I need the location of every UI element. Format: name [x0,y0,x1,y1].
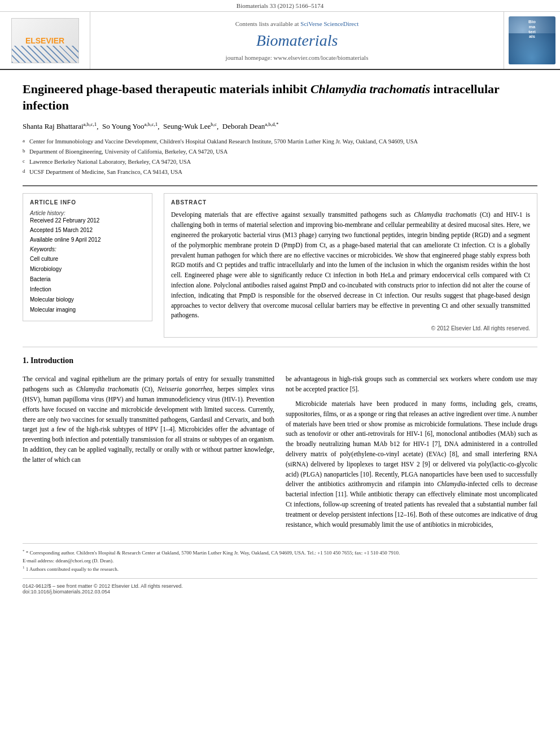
footnote-one: 1 1 Authors contributed equally to the r… [23,565,537,574]
keyword-bacteria: Bacteria [30,274,145,285]
ct-italic-intro: Chlamydia trachomatis [76,386,139,392]
biomaterials-logo-section: Biomaterials [504,12,560,69]
journal-header: ELSEVIER Contents lists available at Sci… [0,12,560,70]
biomaterials-logo-text: Biomaterials [528,20,536,40]
info-abstract-section: ARTICLE INFO Article history: Received 2… [23,193,537,338]
keywords-label: Keywords: [30,246,145,252]
intro-divider [23,347,537,347]
accepted-value: Accepted 15 March 2012 [30,227,145,233]
footer-doi: doi:10.1016/j.biomaterials.2012.03.054 [23,589,537,595]
footer-bar: 0142-9612/$ – see front matter © 2012 El… [23,578,537,595]
intro-section: The cervical and vaginal epithelium are … [23,374,537,534]
citation-text: Biomaterials 33 (2012) 5166–5174 [237,2,323,9]
ng-italic: Neisseria gonorrhea [158,386,213,392]
elsevier-logo-section: ELSEVIER [0,12,90,69]
author4-sup: a,b,d,* [265,121,278,127]
affiliation-b: b Department of Bioengineering, Universi… [23,147,537,156]
received-value: Received 22 February 2012 [30,217,145,224]
intro-section-number: 1. Introduction [23,356,537,365]
article-info-label: ARTICLE INFO [30,199,145,206]
citation-bar: Biomaterials 33 (2012) 5166–5174 [0,0,560,12]
affiliation-a: a Center for Immunobiology and Vaccine D… [23,137,537,146]
abstract-text: Developing materials that are effective … [171,210,530,321]
affiliation-c: c Lawrence Berkeley National Laboratory,… [23,158,537,167]
biomaterials-logo: Biomaterials [509,16,555,64]
author3-sup: b,c [211,121,217,127]
abstract-box: ABSTRACT Developing materials that are e… [164,193,537,338]
footer-issn: 0142-9612/$ – see front matter © 2012 El… [23,583,537,589]
journal-title: Biomaterials [256,32,338,50]
ct-italic-abstract: Chlamydia trachomatis [414,211,476,218]
section-divider [23,185,537,186]
footnote-email: E-mail address: ddean@chori.org (D. Dean… [23,557,537,565]
abstract-column: ABSTRACT Developing materials that are e… [164,193,537,338]
abstract-label: ABSTRACT [171,199,530,206]
keyword-molecular-imaging: Molecular imaging [30,305,145,315]
affiliation-d: d UCSF Department of Medicine, San Franc… [23,168,537,177]
keyword-molecular-biology: Molecular biology [30,295,145,305]
article-info-column: ARTICLE INFO Article history: Received 2… [23,193,152,338]
intro-left-column: The cervical and vaginal epithelium are … [23,374,274,534]
journal-header-center: Contents lists available at SciVerse Sci… [90,12,504,69]
article-info-box: ARTICLE INFO Article history: Received 2… [23,193,152,321]
author2-sup: a,b,c,1 [145,121,158,127]
elsevier-logo: ELSEVIER [11,18,79,63]
sciverse-link: Contents lists available at SciVerse Sci… [235,20,358,27]
main-content: Engineered phage-based therapeutic mater… [0,70,560,606]
history-label: Article history: [30,210,145,216]
author1-sup: a,b,c,1 [84,121,97,127]
intro-left-text: The cervical and vaginal epithelium are … [23,374,274,465]
article-title: Engineered phage-based therapeutic mater… [23,81,537,113]
keyword-infection: Infection [30,285,145,295]
keyword-cell-culture: Cell culture [30,254,145,264]
sciverse-anchor[interactable]: SciVerse ScienceDirect [300,20,358,27]
intro-right-text: be advantageous in high-risk groups such… [286,374,537,530]
available-value: Available online 9 April 2012 [30,237,145,243]
keywords-list: Cell culture Microbiology Bacteria Infec… [30,254,145,315]
logo-image: ELSEVIER [11,18,79,63]
footnote-section: * * Corresponding author. Children's Hos… [23,543,537,574]
affiliations: a Center for Immunobiology and Vaccine D… [23,137,537,176]
footnote-star: * * Corresponding author. Children's Hos… [23,548,537,557]
keyword-microbiology: Microbiology [30,264,145,274]
authors-line: Shanta Raj Bhattaraia,b,c,1, So Young Yo… [23,120,537,133]
elsevier-text: ELSEVIER [25,36,64,45]
copyright-text: © 2012 Elsevier Ltd. All rights reserved… [171,325,530,331]
chlamydia-italic: Chlamydia [437,480,465,487]
logo-wave-decoration [12,46,78,63]
intro-right-column: be advantageous in high-risk groups such… [286,374,537,534]
journal-homepage: journal homepage: www.elsevier.com/locat… [226,54,369,61]
